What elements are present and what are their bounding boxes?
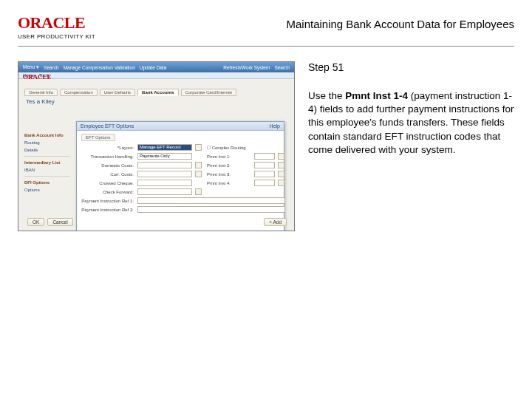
lookup-icon	[278, 171, 284, 177]
main-tabs: General Info Compensation User Defaults …	[24, 89, 288, 96]
tab: Compensation	[60, 89, 98, 96]
eft-options-dialog: Employee EFT Options Help EFT Options *L…	[76, 121, 284, 231]
pmnt-inst3-field	[254, 171, 275, 177]
dialog-help: Help	[270, 123, 280, 129]
layout-field: Manage EFT Record	[137, 144, 192, 151]
lookup-icon	[195, 144, 202, 151]
dialog-title: Employee EFT Options	[81, 123, 134, 129]
ok-button: OK	[27, 218, 44, 226]
tab: User Defaults	[100, 89, 135, 96]
pmnt-inst4-field	[254, 180, 275, 186]
brand-logo: ORACLE	[18, 13, 95, 33]
app-logo: ORACLE	[23, 73, 52, 81]
lookup-icon	[195, 171, 202, 177]
tab: Corporate Card/Internet	[181, 89, 236, 96]
subtab: EFT Options	[81, 134, 115, 141]
side-panel: Bank Account Info Routing Details Interm…	[24, 132, 70, 194]
domestic-costs-field	[137, 162, 192, 168]
topbar-item: Manage Compensation Validation	[64, 65, 135, 70]
instruction-text: Use the Pmnt Inst 1-4 (payment instructi…	[308, 89, 514, 157]
tab-active: Bank Accounts	[137, 89, 178, 96]
screenshot-thumbnail: Menu ▾ Search Manage Compensation Valida…	[18, 61, 295, 231]
pir2-field	[137, 206, 285, 213]
lookup-icon	[278, 162, 284, 168]
employee-name: Tes a Kiley	[26, 98, 288, 105]
topbar-item: Search	[274, 65, 290, 70]
page-title: Maintaining Bank Account Data for Employ…	[286, 18, 514, 30]
tx-handling-field: Payments Only	[137, 153, 192, 160]
cancel-button: Cancel	[47, 218, 72, 226]
check-forward-field	[137, 188, 192, 195]
crossed-cheque-field	[137, 180, 192, 186]
lookup-icon	[278, 180, 284, 186]
brand-subtitle: USER PRODUCTIVITY KIT	[18, 33, 95, 40]
topbar-item: Search	[44, 65, 59, 70]
lookup-icon	[195, 188, 202, 195]
pir1-field	[137, 197, 285, 204]
lookup-icon	[195, 162, 202, 168]
corr-costs-field	[137, 171, 192, 177]
tab: General Info	[24, 89, 58, 96]
topbar-item: Refresh/Work System	[223, 65, 270, 70]
pmnt-inst2-field	[254, 162, 275, 168]
add-button: + Add	[264, 218, 287, 226]
topbar-item: Menu ▾	[23, 64, 39, 70]
topbar-item: Update Data	[140, 65, 167, 70]
step-label: Step 51	[308, 61, 514, 73]
lookup-icon	[278, 153, 284, 160]
pmnt-inst1-field	[254, 153, 275, 160]
brand-block: ORACLE USER PRODUCTIVITY KIT	[18, 13, 95, 40]
